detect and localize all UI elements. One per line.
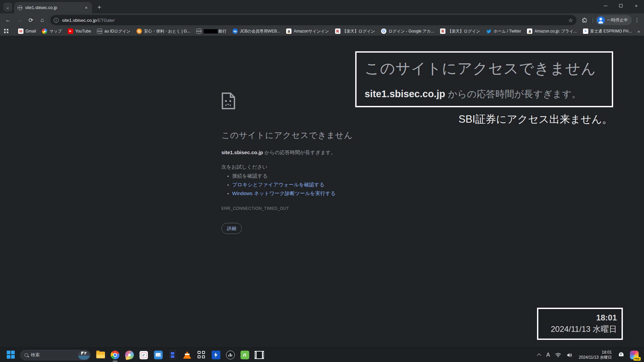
rakuten-icon: R [440, 28, 445, 34]
audio-app-icon[interactable] [223, 348, 237, 362]
amazon-icon: a [286, 28, 291, 34]
bookmark-google-login[interactable]: Gログイン - Google アカ... [379, 27, 436, 35]
bookmark-youtube[interactable]: YouTube [65, 27, 93, 35]
thunderbolt-app-icon[interactable] [209, 348, 223, 362]
file-explorer-icon[interactable] [93, 348, 108, 362]
bing-daily-image [78, 351, 90, 360]
close-button[interactable]: × [629, 0, 644, 11]
back-button[interactable]: ← [3, 15, 13, 25]
bookmark-twitter-home[interactable]: ホーム / Twitter [484, 27, 524, 35]
bookmarks-overflow-chevron[interactable]: » [636, 29, 641, 34]
vlc-icon[interactable] [180, 348, 194, 362]
puzzle-icon [582, 17, 587, 23]
bookmark-maps[interactable]: マップ [40, 27, 64, 35]
site-info-icon[interactable]: i [54, 18, 59, 23]
tab-site1-sbisec[interactable]: site1.sbisec.co.jp × [14, 2, 92, 13]
chrome-icon[interactable] [108, 348, 122, 362]
youtube-icon [68, 28, 73, 34]
tab-search-button[interactable]: ⌄ [3, 3, 12, 11]
tray-date: 2024/11/13 水曜日 [579, 355, 612, 360]
extensions-icon[interactable] [579, 15, 590, 25]
error-domain: site1.sbisec.co.jp [221, 149, 263, 155]
notification-bell-icon[interactable] [615, 348, 627, 362]
copilot-icon[interactable]: PRE [627, 348, 641, 362]
bookmarks-right-cluster: » すべてのブックマーク [636, 27, 644, 35]
browser-toolbar: ← → ⟳ ⌂ i site1.sbisec.co.jp/ETGate/ ☆ 一… [0, 13, 644, 27]
bookmark-anshin-benri[interactable]: G安心・便利・おとく | G... [134, 27, 193, 35]
ime-mode-indicator[interactable]: A [544, 348, 553, 362]
url-host: site1.sbisec.co.jp [62, 18, 97, 23]
bookmark-fujitsu-esprimo[interactable]: 富士通 ESPRIMO FH... [581, 27, 634, 35]
globe-icon [196, 28, 202, 34]
bookmark-gmail[interactable]: MGmail [16, 27, 38, 35]
annotation-zoom-title: このサイトにアクセスできません [365, 59, 604, 78]
system-tray: A 18:01 2024/11/13 水曜日 PRE [535, 348, 644, 362]
profile-button[interactable]: 一時停止中 [596, 15, 632, 25]
annotation-clock-time: 18:01 [596, 313, 617, 322]
browser-window: ⌄ site1.sbisec.co.jp × + × ← → ⟳ ⌂ i sit… [0, 0, 644, 362]
annotation-zoom-message: site1.sbisec.co.jp からの応答時間が長すぎます。 [365, 88, 604, 101]
gmail-icon: M [18, 28, 23, 34]
google-icon: G [381, 28, 386, 34]
suggestion-check-connection: 接続を確認する [227, 173, 423, 179]
taskbar-app-icons: n [93, 348, 266, 362]
menu-kebab-icon[interactable]: ⋮ [633, 17, 641, 23]
paint-icon[interactable] [122, 348, 137, 362]
profile-avatar [597, 16, 605, 24]
taskbar: 検索 n A 18:01 [0, 348, 644, 362]
reload-button[interactable]: ⟳ [25, 15, 36, 25]
sad-document-icon [221, 92, 235, 110]
details-button[interactable]: 詳細 [221, 223, 242, 234]
amazon-icon: a [527, 28, 532, 34]
page-content: このサイトにアクセスできません site1.sbisec.co.jp からの応答… [0, 36, 644, 348]
url-path: /ETGate/ [97, 18, 115, 23]
filmstrip-app-icon[interactable] [252, 348, 266, 362]
video-editor-icon[interactable] [165, 348, 180, 362]
minimize-button[interactable] [598, 0, 613, 11]
apps-grid-icon[interactable] [4, 29, 8, 34]
window-controls: × [598, 0, 644, 11]
start-button[interactable] [7, 351, 15, 359]
profile-status-label: 一時停止中 [607, 17, 628, 23]
qr-code-app-icon[interactable] [194, 348, 209, 362]
tab-strip: ⌄ site1.sbisec.co.jp × + × [0, 0, 644, 13]
url-text[interactable]: site1.sbisec.co.jp/ETGate/ [62, 18, 565, 23]
suggestion-header: 次をお試しください [221, 164, 423, 170]
volume-icon[interactable] [564, 348, 575, 362]
tab-close-icon[interactable]: × [83, 5, 89, 11]
network-diagnostics-link[interactable]: Windows ネットワーク診断ツールを実行する [232, 190, 336, 197]
bookmark-myjcb[interactable]: MyJCBの会員専用WEB... [230, 27, 282, 35]
page-cursor-icon [583, 28, 588, 34]
bookmark-rakuten-login[interactable]: R【楽天】ログイン [333, 27, 377, 35]
suggestion-proxy-firewall: プロキシとファイアウォールを確認する [227, 182, 423, 188]
new-tab-button[interactable]: + [95, 3, 104, 12]
presentation-app-icon[interactable] [151, 348, 165, 362]
bookmark-rakuten-login-2[interactable]: R【楽天】ログイン [438, 27, 482, 35]
redaction-box [204, 29, 218, 34]
wifi-icon[interactable] [552, 348, 564, 362]
annotation-clock-date: 2024/11/13 水曜日 [551, 324, 617, 335]
tray-time: 18:01 [579, 350, 612, 355]
home-button[interactable]: ⌂ [37, 15, 48, 25]
forward-button[interactable]: → [14, 15, 25, 25]
bookmark-amazon-signin[interactable]: aAmazonサインイン [284, 27, 331, 35]
address-bar[interactable]: i site1.sbisec.co.jp/ETGate/ ☆ [50, 15, 577, 25]
taskbar-search[interactable]: 検索 [20, 350, 91, 360]
tab-title: site1.sbisec.co.jp [25, 5, 80, 10]
snipping-tool-icon[interactable] [137, 348, 151, 362]
bookmark-star-icon[interactable]: ☆ [568, 17, 573, 23]
green-n-app-icon[interactable]: n [237, 348, 252, 362]
bookmark-au-id[interactable]: au IDログイン [95, 27, 133, 35]
proxy-firewall-link[interactable]: プロキシとファイアウォールを確認する [232, 182, 324, 188]
tray-overflow-chevron[interactable] [535, 348, 544, 362]
copilot-pre-badge: PRE [634, 357, 641, 361]
maximize-button[interactable] [613, 0, 629, 11]
globe-favicon [17, 5, 22, 10]
tray-clock[interactable]: 18:01 2024/11/13 水曜日 [575, 350, 615, 360]
suggestion-network-diagnostics: Windows ネットワーク診断ツールを実行する [227, 190, 423, 197]
annotation-caption: SBI証券にアクセス出来ません。 [459, 112, 612, 126]
bookmark-amazon-prime[interactable]: aAmazon.co.jp: プライ... [525, 27, 579, 35]
g-orange-icon: G [137, 28, 142, 34]
maps-icon [42, 28, 47, 34]
bookmark-bank-redacted[interactable]: 銀行 [194, 27, 229, 35]
